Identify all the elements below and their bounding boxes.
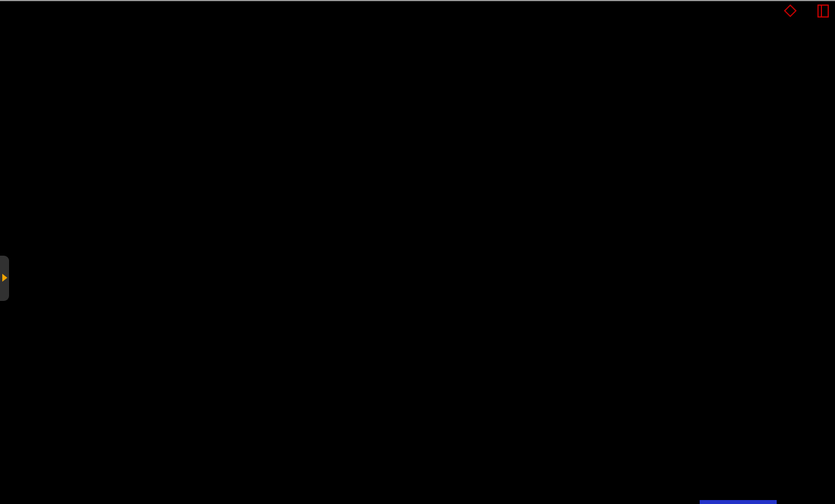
- window-top-border: [0, 0, 835, 1]
- sidebar-expand-handle[interactable]: [0, 256, 9, 301]
- expand-arrow-icon: [2, 274, 7, 282]
- stock-chart-app: [0, 0, 835, 504]
- chart-canvas[interactable]: [0, 0, 835, 504]
- split-window-icon[interactable]: [817, 5, 829, 18]
- date-highlight: [700, 500, 777, 504]
- split-window-icon-divider: [821, 6, 822, 16]
